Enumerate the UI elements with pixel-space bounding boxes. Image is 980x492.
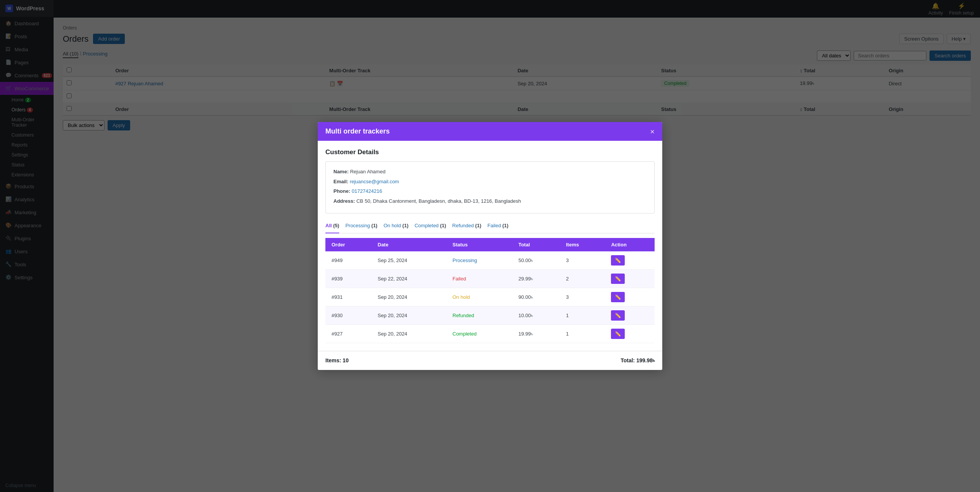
status-text: Completed [452,331,477,337]
phone-link[interactable]: 01727424216 [352,188,382,194]
modal-footer: Items: 10 Total: 199.98৳ [318,351,662,370]
status-text: Refunded [452,313,474,318]
modal-table-row: #949 Sep 25, 2024 Processing 50.00৳ 3 ✏️ [325,251,655,270]
tab-all-count: (5) [333,223,339,228]
modal-order-action: ✏️ [605,288,655,306]
modal-col-total: Total [512,238,560,251]
modal-order-number: #939 [325,270,372,288]
edit-order-button[interactable]: ✏️ [611,274,625,284]
address-value: CB 50, Dhaka Cantonment, Bangladesn, dha… [356,198,521,204]
tab-failed-count: (1) [502,223,508,228]
phone-label: Phone: [333,188,350,194]
modal-tab-all[interactable]: All (5) [325,221,339,233]
customer-email: Email: rejuancse@gmail.com [333,178,647,186]
modal-table-row: #939 Sep 22, 2024 Failed 29.99৳ 2 ✏️ [325,270,655,288]
email-link[interactable]: rejuancse@gmail.com [350,179,399,184]
modal-order-number: #931 [325,288,372,306]
modal-table-row: #931 Sep 20, 2024 On hold 90.00৳ 3 ✏️ [325,288,655,306]
email-label: Email: [333,179,348,184]
modal-order-items: 2 [560,270,605,288]
customer-address: Address: CB 50, Dhaka Cantonment, Bangla… [333,197,647,205]
modal-order-items: 1 [560,325,605,343]
modal-body: Customer Details Name: Rejuan Ahamed Ema… [318,141,662,351]
modal-order-action: ✏️ [605,306,655,325]
modal-order-total: 19.99৳ [512,325,560,343]
modal-table-row: #927 Sep 20, 2024 Completed 19.99৳ 1 ✏️ [325,325,655,343]
modal-tab-failed[interactable]: Failed (1) [487,221,508,230]
modal-order-items: 1 [560,306,605,325]
modal-order-date: Sep 20, 2024 [372,325,447,343]
status-text: Processing [452,257,477,263]
modal-order-date: Sep 20, 2024 [372,288,447,306]
customer-section-title: Customer Details [325,148,655,156]
name-value: Rejuan Ahamed [350,169,385,174]
modal-orders-table: Order Date Status Total Items Action #94… [325,238,655,343]
status-text: On hold [452,294,470,300]
status-text: Failed [452,276,466,282]
tab-completed-count: (1) [440,223,446,228]
customer-details-box: Name: Rejuan Ahamed Email: rejuancse@gma… [325,161,655,213]
modal-tab-processing[interactable]: Processing (1) [345,221,377,230]
name-label: Name: [333,169,349,174]
modal-order-status: Failed [446,270,512,288]
modal-order-number: #949 [325,251,372,270]
modal-col-order: Order [325,238,372,251]
customer-name: Name: Rejuan Ahamed [333,168,647,176]
modal-order-action: ✏️ [605,270,655,288]
modal-col-action: Action [605,238,655,251]
modal-order-total: 10.00৳ [512,306,560,325]
modal-order-number: #927 [325,325,372,343]
modal-tab-on-hold[interactable]: On hold (1) [384,221,408,230]
address-label: Address: [333,198,355,204]
modal-order-status: Completed [446,325,512,343]
modal-order-status: On hold [446,288,512,306]
edit-order-button[interactable]: ✏️ [611,329,625,339]
modal-order-action: ✏️ [605,251,655,270]
modal-close-button[interactable]: × [650,128,655,135]
modal-order-total: 50.00৳ [512,251,560,270]
modal-order-number: #930 [325,306,372,325]
modal-tab-completed[interactable]: Completed (1) [415,221,446,230]
tab-on-hold-count: (1) [402,223,408,228]
modal-order-items: 3 [560,251,605,270]
modal-col-items: Items [560,238,605,251]
edit-order-button[interactable]: ✏️ [611,310,625,321]
modal-order-date: Sep 22, 2024 [372,270,447,288]
modal-order-date: Sep 25, 2024 [372,251,447,270]
edit-order-button[interactable]: ✏️ [611,255,625,266]
tab-processing-count: (1) [371,223,377,228]
modal-order-total: 90.00৳ [512,288,560,306]
modal-order-status: Refunded [446,306,512,325]
modal-header: Multi order trackers × [318,122,662,141]
modal-order-action: ✏️ [605,325,655,343]
modal-col-status: Status [446,238,512,251]
tab-refunded-count: (1) [475,223,481,228]
items-total-label: Items: 10 [325,357,349,364]
modal-col-date: Date [372,238,447,251]
modal-order-total: 29.99৳ [512,270,560,288]
modal-tab-refunded[interactable]: Refunded (1) [452,221,481,230]
grand-total-label: Total: 199.98৳ [621,357,655,364]
modal-table-row: #930 Sep 20, 2024 Refunded 10.00৳ 1 ✏️ [325,306,655,325]
modal-overlay[interactable]: Multi order trackers × Customer Details … [0,0,980,492]
modal-order-date: Sep 20, 2024 [372,306,447,325]
customer-info: Name: Rejuan Ahamed Email: rejuancse@gma… [333,168,647,205]
modal-filter-tabs: All (5) Processing (1) On hold (1) Compl… [325,221,655,233]
modal-order-items: 3 [560,288,605,306]
customer-phone: Phone: 01727424216 [333,187,647,195]
edit-order-button[interactable]: ✏️ [611,292,625,302]
modal-title: Multi order trackers [325,127,390,135]
modal: Multi order trackers × Customer Details … [318,122,662,370]
modal-order-status: Processing [446,251,512,270]
